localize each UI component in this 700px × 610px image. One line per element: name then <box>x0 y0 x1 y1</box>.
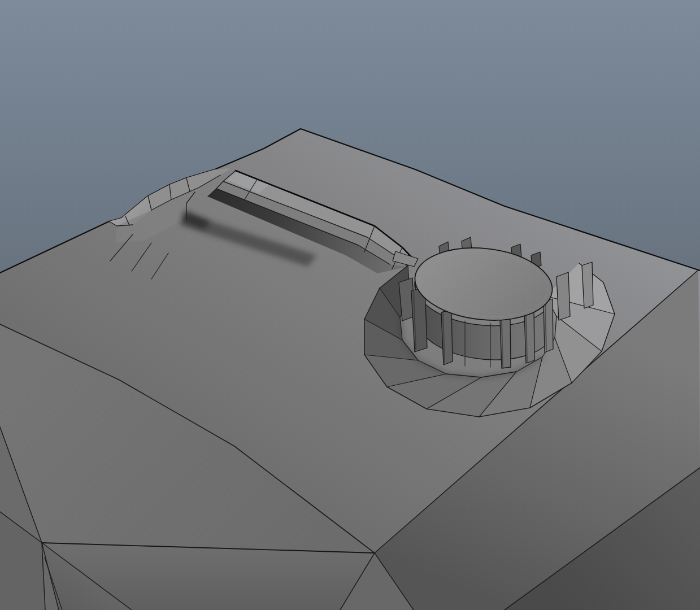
3d-viewport[interactable] <box>0 0 700 610</box>
cap-rib[interactable] <box>556 272 570 320</box>
viewport-canvas[interactable] <box>0 0 700 610</box>
cap-rib[interactable] <box>582 262 593 308</box>
